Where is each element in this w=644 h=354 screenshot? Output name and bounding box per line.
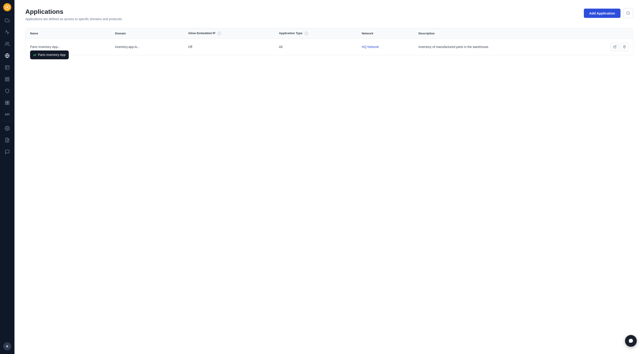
sidebar-item-globe[interactable]: [0, 50, 14, 62]
search-icon: [626, 11, 630, 15]
main-content: Applications Applications are defined as…: [14, 0, 644, 354]
svg-point-1: [6, 7, 8, 8]
svg-point-0: [5, 5, 9, 9]
delete-button[interactable]: [620, 43, 628, 51]
page-header: Applications Applications are defined as…: [25, 8, 633, 21]
chat-bubble-icon: [628, 338, 633, 343]
svg-point-2: [6, 42, 8, 44]
sidebar-item-grid[interactable]: [0, 73, 14, 85]
col-allow-embedded-ip: Allow Embedded IP i: [184, 28, 274, 39]
page-title: Applications: [25, 8, 122, 16]
allow-embedded-ip-info-icon: i: [218, 32, 221, 35]
sidebar-item-chat[interactable]: [0, 146, 14, 158]
sidebar-item-cloud[interactable]: [0, 15, 14, 26]
cell-description: Inventory of manufactured parts in the w…: [414, 39, 633, 55]
col-name: Name: [26, 28, 110, 39]
page-subtitle: Applications are defined as access to sp…: [25, 17, 122, 21]
svg-rect-13: [8, 103, 9, 105]
applications-table: Name Domain Allow Embedded IP i Applicat…: [26, 28, 633, 55]
cell-domain: inventory.app.lo...: [110, 39, 184, 55]
cell-name: Parts Inventory App... ⇄ Parts Inventory…: [26, 39, 110, 55]
svg-rect-6: [6, 77, 7, 79]
row-actions: [610, 43, 628, 51]
svg-point-17: [626, 12, 629, 14]
table-row: Parts Inventory App... ⇄ Parts Inventory…: [26, 39, 633, 55]
sidebar-item-settings[interactable]: [0, 122, 14, 134]
svg-line-18: [629, 14, 630, 15]
sidebar-item-widgets[interactable]: [0, 97, 14, 109]
tooltip-arrow-icon: ⇄: [33, 53, 36, 57]
table-body: Parts Inventory App... ⇄ Parts Inventory…: [26, 39, 633, 55]
svg-rect-5: [6, 66, 9, 70]
edit-icon: [613, 45, 617, 49]
applications-table-container: Name Domain Allow Embedded IP i Applicat…: [25, 28, 633, 55]
content-area: Applications Applications are defined as…: [14, 0, 644, 354]
add-application-button[interactable]: Add Application: [584, 9, 620, 18]
svg-point-14: [6, 128, 8, 129]
sidebar-item-report[interactable]: [0, 134, 14, 146]
delete-icon: [623, 45, 626, 49]
avatar[interactable]: R: [3, 342, 11, 350]
cell-network: HQ Network: [357, 39, 414, 55]
svg-rect-12: [6, 103, 7, 105]
chat-support-button[interactable]: [625, 335, 637, 347]
name-tooltip: ⇄ Parts Inventory App: [30, 51, 69, 59]
sidebar-item-api[interactable]: API: [0, 109, 14, 120]
svg-rect-11: [8, 101, 9, 103]
sidebar-bottom: R: [3, 342, 11, 354]
svg-rect-8: [8, 80, 9, 81]
search-button[interactable]: [623, 8, 633, 18]
page-title-block: Applications Applications are defined as…: [25, 8, 122, 21]
sidebar-item-users[interactable]: [0, 38, 14, 50]
table-header: Name Domain Allow Embedded IP i Applicat…: [26, 28, 633, 39]
header-actions: Add Application: [584, 8, 633, 18]
sidebar-item-tasks[interactable]: [0, 62, 14, 73]
logo-icon: [3, 3, 11, 11]
col-network: Network: [357, 28, 414, 39]
sidebar: API R: [0, 0, 14, 354]
col-application-type: Application Type i: [274, 28, 357, 39]
svg-rect-9: [6, 80, 7, 81]
svg-rect-10: [6, 101, 7, 103]
application-type-info-icon: i: [304, 32, 308, 35]
cell-application-type: All: [274, 39, 357, 55]
name-tooltip-wrapper: Parts Inventory App... ⇄ Parts Inventory…: [30, 45, 60, 49]
svg-rect-7: [8, 77, 9, 79]
network-link[interactable]: HQ Network: [362, 45, 379, 49]
col-description: Description: [414, 28, 633, 39]
cell-allow-embedded-ip: Off: [184, 39, 274, 55]
col-domain: Domain: [110, 28, 184, 39]
sidebar-item-shield[interactable]: [0, 85, 14, 97]
sidebar-divider: [3, 121, 12, 122]
sidebar-logo[interactable]: [0, 0, 14, 15]
edit-button[interactable]: [611, 43, 619, 51]
sidebar-item-analytics[interactable]: [0, 26, 14, 38]
